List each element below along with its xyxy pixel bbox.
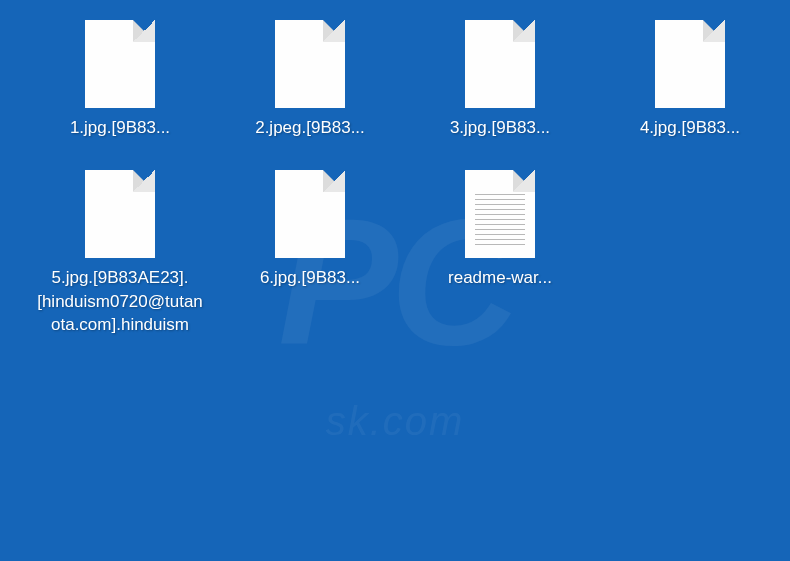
file-icon (275, 170, 345, 258)
file-label: 5.jpg.[9B83AE23].[hinduism0720@tutanota.… (35, 266, 205, 337)
file-label: 4.jpg.[9B83... (640, 116, 740, 140)
blank-file-icon (655, 20, 725, 108)
text-file-icon (465, 170, 535, 258)
file-item[interactable]: 3.jpg.[9B83... (410, 20, 590, 140)
file-item[interactable]: readme-war... (410, 170, 590, 337)
file-label: 6.jpg.[9B83... (260, 266, 360, 290)
file-item[interactable]: 5.jpg.[9B83AE23].[hinduism0720@tutanota.… (30, 170, 210, 337)
file-item[interactable]: 4.jpg.[9B83... (600, 20, 780, 140)
file-item[interactable]: 1.jpg.[9B83... (30, 20, 210, 140)
file-icon (655, 20, 725, 108)
file-item[interactable]: 6.jpg.[9B83... (220, 170, 400, 337)
file-icon (85, 170, 155, 258)
blank-file-icon (275, 170, 345, 258)
file-label: 2.jpeg.[9B83... (255, 116, 365, 140)
blank-file-icon (465, 20, 535, 108)
file-label: 3.jpg.[9B83... (450, 116, 550, 140)
watermark-sub: sk.com (326, 398, 465, 443)
file-icon (85, 20, 155, 108)
file-item[interactable]: 2.jpeg.[9B83... (220, 20, 400, 140)
text-lines-decoration (475, 194, 525, 246)
blank-file-icon (85, 170, 155, 258)
file-icon (275, 20, 345, 108)
file-icon (465, 170, 535, 258)
file-label: 1.jpg.[9B83... (70, 116, 170, 140)
desktop-area: 1.jpg.[9B83... 2.jpeg.[9B83... 3.jpg.[9B… (0, 0, 790, 357)
blank-file-icon (275, 20, 345, 108)
file-icon (465, 20, 535, 108)
blank-file-icon (85, 20, 155, 108)
file-label: readme-war... (448, 266, 552, 290)
